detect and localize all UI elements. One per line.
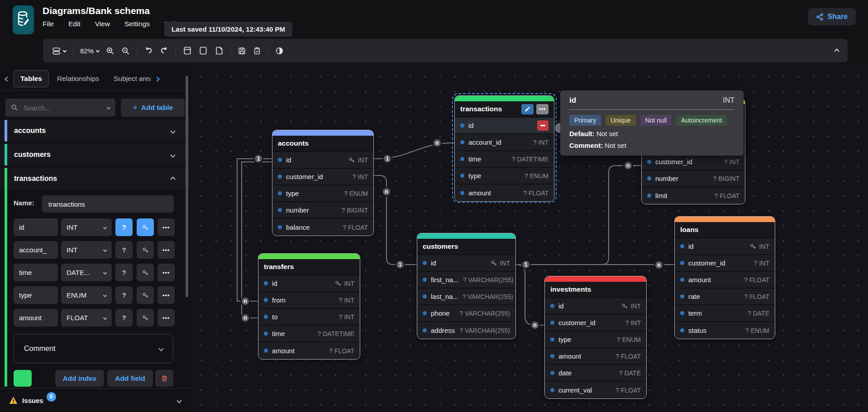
canvas-table-accounts[interactable]: accountsidINTcustomer_id? INTtype? ENUMn… xyxy=(272,130,374,236)
tabs-scroll-right[interactable] xyxy=(153,75,162,83)
search-input[interactable] xyxy=(23,104,103,112)
share-button[interactable]: Share xyxy=(808,8,856,25)
field-more-options-button[interactable]: ••• xyxy=(157,241,175,259)
chevron-up-icon[interactable] xyxy=(171,175,175,183)
table-field-row[interactable]: last_na...? VARCHAR(255) xyxy=(417,289,515,305)
diagram-canvas[interactable]: 1nn1nn11nnn accountsidINTcustomer_id? IN… xyxy=(191,64,868,412)
add-index-button[interactable]: Add index xyxy=(55,370,104,387)
field-name-input[interactable]: account_ xyxy=(14,241,58,259)
table-field-row[interactable]: term? DATE xyxy=(675,305,775,322)
table-field-row[interactable]: status? ENUM xyxy=(675,322,775,339)
table-field-row[interactable]: customer_id? INT xyxy=(642,154,745,170)
field-more-options-button[interactable]: ••• xyxy=(157,309,175,327)
canvas-table-transfers[interactable]: transfersidINTfrom? INTto? INTtime? DATE… xyxy=(258,253,360,360)
field-type-select[interactable]: ENUM xyxy=(61,286,112,304)
table-field-row[interactable]: number? BIGINT xyxy=(642,170,745,187)
primary-key-toggle[interactable] xyxy=(137,218,154,236)
table-field-row[interactable]: to? INT xyxy=(258,309,360,326)
sidebar-item-customers[interactable]: customers xyxy=(0,144,190,166)
tabs-scroll-left[interactable] xyxy=(3,75,12,83)
diagram-layout-dropdown[interactable] xyxy=(52,47,66,55)
table-field-row[interactable]: time? DATETIME xyxy=(258,326,360,342)
table-more-options-button[interactable]: ••• xyxy=(536,104,548,114)
chevron-down-icon[interactable] xyxy=(171,151,175,159)
zoom-level-dropdown[interactable]: 82% xyxy=(80,47,99,55)
field-type-select[interactable]: FLOAT xyxy=(61,309,112,327)
primary-key-toggle[interactable] xyxy=(137,241,154,259)
field-type-select[interactable]: INT xyxy=(61,241,112,259)
table-field-row[interactable]: customer_id? INT xyxy=(675,255,775,272)
undo-button[interactable] xyxy=(144,46,153,55)
field-type-select[interactable]: DATE... xyxy=(61,264,112,281)
field-name-input[interactable]: id xyxy=(14,218,58,236)
table-color-swatch[interactable] xyxy=(14,370,32,387)
field-name-input[interactable]: type xyxy=(14,286,58,304)
table-field-row[interactable]: rate? FLOAT xyxy=(675,289,775,305)
commit-button[interactable] xyxy=(253,47,261,55)
field-more-options-button[interactable]: ••• xyxy=(157,264,175,281)
table-field-row[interactable]: idINT xyxy=(272,152,373,169)
tab-relationships[interactable]: Relationships xyxy=(51,71,105,87)
table-field-row[interactable]: from? INT xyxy=(258,292,360,309)
zoom-out-button[interactable] xyxy=(121,47,130,55)
redo-button[interactable] xyxy=(160,46,169,55)
sidebar-item-accounts[interactable]: accounts xyxy=(0,120,190,142)
table-name-input[interactable] xyxy=(42,195,174,213)
tab-subject-areas[interactable]: Subject areas xyxy=(107,71,151,87)
app-logo[interactable] xyxy=(13,5,34,34)
table-field-row[interactable]: first_na...? VARCHAR(255) xyxy=(417,272,515,289)
table-field-row[interactable]: idINT xyxy=(675,238,775,255)
add-field-button[interactable]: Add field xyxy=(107,370,153,387)
table-field-row[interactable]: idINT xyxy=(545,298,646,315)
table-field-row[interactable]: idINT xyxy=(258,275,360,292)
add-table-button[interactable]: + Add table xyxy=(121,99,185,117)
save-button[interactable] xyxy=(238,47,246,55)
edit-table-button[interactable] xyxy=(521,104,534,114)
table-field-row[interactable]: address? VARCHAR(255) xyxy=(417,322,515,339)
nullable-toggle[interactable]: ? xyxy=(115,218,133,236)
table-search[interactable] xyxy=(5,99,115,117)
sidebar-scrollbar[interactable] xyxy=(186,76,188,297)
canvas-table-transactions[interactable]: transactions•••idaccount_id? INTtime? DA… xyxy=(454,95,554,202)
table-field-row[interactable]: time? DATETIME xyxy=(455,151,554,168)
collapse-toolbar-button[interactable] xyxy=(835,47,839,55)
table-field-row[interactable]: limit? FLOAT xyxy=(642,187,745,204)
primary-key-toggle[interactable] xyxy=(137,286,154,304)
nullable-toggle[interactable]: ? xyxy=(115,309,133,327)
table-field-row[interactable]: balance? FLOAT xyxy=(272,219,373,236)
comment-collapsible[interactable]: Comment xyxy=(14,334,173,363)
delete-table-button[interactable] xyxy=(155,370,173,387)
field-more-options-button[interactable]: ••• xyxy=(157,218,175,236)
primary-key-toggle[interactable] xyxy=(137,264,154,281)
table-field-row[interactable]: amount? FLOAT xyxy=(455,185,554,201)
theme-toggle[interactable] xyxy=(275,47,284,55)
nullable-toggle[interactable]: ? xyxy=(115,286,133,304)
field-type-select[interactable]: INT xyxy=(61,218,112,236)
chevron-down-icon[interactable] xyxy=(171,127,175,135)
table-field-row[interactable]: amount? FLOAT xyxy=(545,348,646,365)
field-name-input[interactable]: amount xyxy=(14,309,58,327)
canvas-table-customers[interactable]: customersidINTfirst_na...? VARCHAR(255)l… xyxy=(417,233,516,339)
table-field-row[interactable]: type? ENUM xyxy=(272,185,373,202)
table-field-row[interactable]: amount? FLOAT xyxy=(675,272,775,289)
add-table-tool[interactable] xyxy=(183,46,192,55)
table-field-row[interactable]: id xyxy=(455,118,554,134)
canvas-table-investments[interactable]: investmentsidINTcustomer_id? INTtype? EN… xyxy=(544,276,647,399)
table-field-row[interactable]: account_id? INT xyxy=(455,134,554,151)
zoom-in-button[interactable] xyxy=(106,47,114,55)
tab-tables[interactable]: Tables xyxy=(14,70,49,87)
table-field-row[interactable]: type? ENUM xyxy=(545,331,646,348)
sidebar-item-transactions[interactable]: transactions xyxy=(0,168,190,189)
table-field-row[interactable]: number? BIGINT xyxy=(272,202,373,219)
field-name-input[interactable]: time xyxy=(14,264,58,281)
table-field-row[interactable]: amount? FLOAT xyxy=(258,342,360,359)
table-field-row[interactable]: current_val? FLOAT xyxy=(545,382,646,398)
canvas-table-loans[interactable]: loansidINTcustomer_id? INTamount? FLOATr… xyxy=(674,216,775,339)
chevron-down-icon[interactable] xyxy=(177,396,181,404)
menu-edit[interactable]: Edit xyxy=(68,20,81,28)
nullable-toggle[interactable]: ? xyxy=(115,264,133,281)
table-field-row[interactable]: idINT xyxy=(417,255,515,272)
menu-file[interactable]: File xyxy=(43,20,54,28)
table-field-row[interactable]: date? DATE xyxy=(545,365,646,382)
table-field-row[interactable]: customer_id? INT xyxy=(545,315,646,331)
